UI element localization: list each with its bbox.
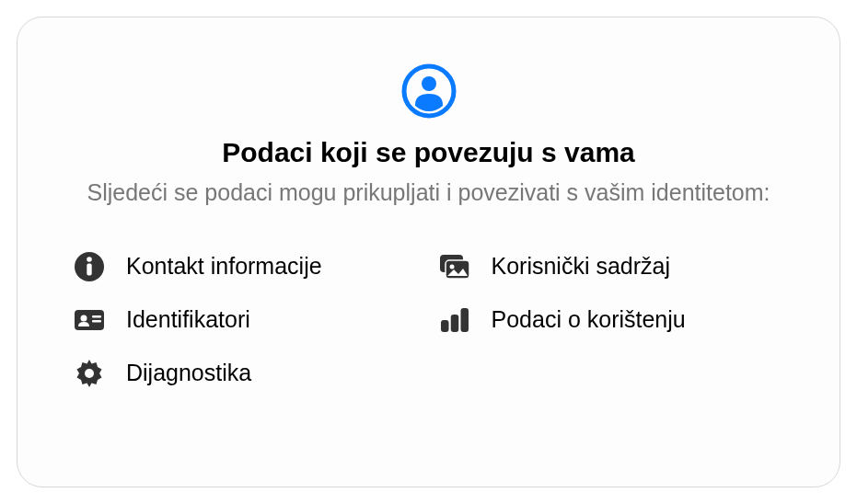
data-types-grid: Kontakt informacije Korisnički sadržaj bbox=[64, 250, 793, 390]
item-label: Kontakt informacije bbox=[126, 253, 322, 280]
person-circle-icon bbox=[401, 63, 457, 119]
svg-point-9 bbox=[81, 315, 87, 321]
privacy-card: Podaci koji se povezuju s vama Sljedeći … bbox=[17, 17, 840, 487]
svg-rect-14 bbox=[460, 308, 469, 332]
svg-point-1 bbox=[422, 76, 436, 91]
item-label: Podaci o korištenju bbox=[492, 306, 686, 333]
svg-rect-13 bbox=[450, 315, 458, 332]
svg-rect-10 bbox=[92, 315, 101, 318]
info-icon bbox=[73, 250, 106, 283]
user-content-icon bbox=[438, 250, 471, 283]
svg-point-3 bbox=[87, 257, 92, 262]
svg-point-7 bbox=[449, 264, 454, 269]
item-label: Korisnički sadržaj bbox=[492, 253, 671, 280]
item-contact-info: Kontakt informacije bbox=[73, 250, 420, 283]
item-user-content: Korisnički sadržaj bbox=[438, 250, 785, 283]
item-label: Dijagnostika bbox=[126, 360, 251, 386]
item-diagnostics: Dijagnostika bbox=[73, 357, 420, 390]
card-title: Podaci koji se povezuju s vama bbox=[222, 137, 635, 168]
svg-rect-12 bbox=[441, 320, 449, 332]
diagnostics-icon bbox=[73, 357, 106, 390]
svg-rect-4 bbox=[87, 263, 91, 275]
item-identifiers: Identifikatori bbox=[73, 304, 420, 337]
svg-point-15 bbox=[85, 369, 94, 378]
item-usage-data: Podaci o korištenju bbox=[438, 304, 785, 337]
item-label: Identifikatori bbox=[126, 306, 250, 333]
card-subtitle: Sljedeći se podaci mogu prikupljati i po… bbox=[87, 178, 770, 209]
identifiers-icon bbox=[73, 304, 106, 337]
usage-data-icon bbox=[438, 304, 471, 337]
svg-rect-11 bbox=[92, 320, 101, 323]
